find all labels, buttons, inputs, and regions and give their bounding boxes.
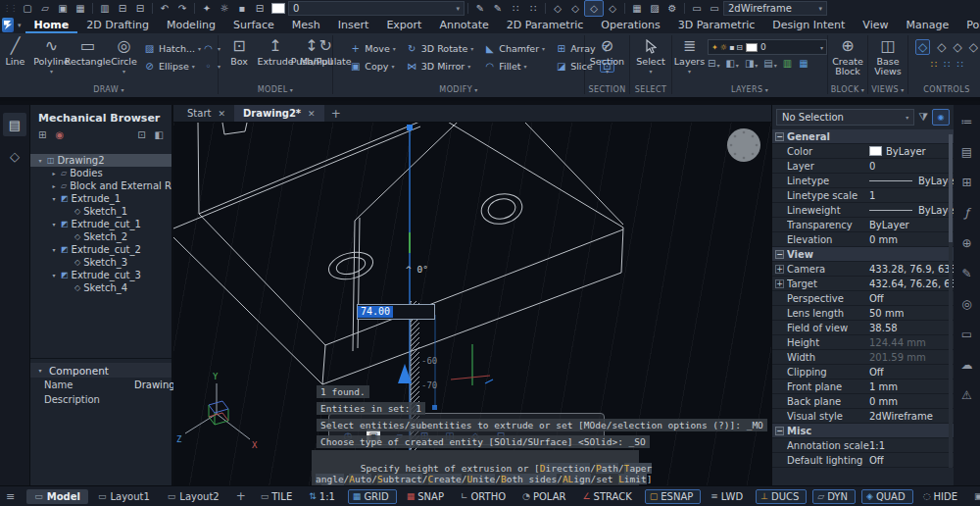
layer-state-icon[interactable] xyxy=(736,43,743,52)
view-control-icon[interactable] xyxy=(969,40,978,54)
layers-panel-tab-icon[interactable]: ▤ xyxy=(961,145,972,159)
status-toggle[interactable]: GRID xyxy=(348,489,397,504)
property-row[interactable]: Height 124.44 mm xyxy=(772,335,954,350)
qat-icon[interactable] xyxy=(688,1,706,16)
component-name-row[interactable]: Name Drawing2 xyxy=(30,378,172,392)
layer-tool-icon[interactable]: ▾ xyxy=(745,58,758,69)
qat-icon[interactable] xyxy=(251,1,269,16)
tree-expander[interactable] xyxy=(50,170,58,177)
qat-icon[interactable] xyxy=(96,1,114,16)
qat-icon[interactable] xyxy=(198,1,216,16)
property-row[interactable]: General xyxy=(772,129,954,144)
qat-icon[interactable] xyxy=(156,1,173,16)
qat-icon[interactable] xyxy=(194,3,195,14)
view-control-icon[interactable] xyxy=(915,39,930,55)
create-block-button[interactable]: Create Block xyxy=(829,35,866,76)
zoom-selected-icon[interactable]: ⊡ xyxy=(137,129,145,140)
panel-label-model[interactable]: MODEL xyxy=(219,85,332,97)
qat-icon[interactable] xyxy=(507,1,524,16)
panel-label-views[interactable]: VIEWS xyxy=(868,85,907,97)
ribbon-button[interactable]: Polyline▾ xyxy=(33,35,70,74)
status-toggle[interactable]: POLAR xyxy=(518,490,572,503)
layer-tool-icon[interactable] xyxy=(783,58,793,69)
ribbon-button[interactable]: Rectangle xyxy=(70,35,106,74)
panel-label-select[interactable]: SELECT xyxy=(630,85,671,97)
selection-dropdown[interactable]: No Selection ▾ xyxy=(776,109,914,126)
status-toggle[interactable]: DYN xyxy=(812,489,856,504)
qat-icon[interactable] xyxy=(549,1,566,16)
status-toggle[interactable]: STRACK xyxy=(578,490,638,503)
sheets-panel-tab-icon[interactable]: ▭ xyxy=(961,328,972,341)
close-icon[interactable]: ✕ xyxy=(218,109,225,119)
status-toggle[interactable]: 1:1 xyxy=(305,490,342,503)
manipulate-button[interactable]: Manipulate xyxy=(303,35,348,67)
row-expander[interactable] xyxy=(775,250,784,259)
qat-icon[interactable] xyxy=(92,3,93,14)
qat-icon[interactable] xyxy=(604,1,621,16)
dynamic-dimension-input[interactable]: 74.00 xyxy=(357,304,435,320)
tree-expander[interactable] xyxy=(50,246,58,253)
layer-tool-icon[interactable] xyxy=(799,58,808,69)
tree-item[interactable]: Extrude_cut_1 xyxy=(30,218,172,230)
document-tab[interactable]: Start✕ xyxy=(178,105,234,122)
qat-icon[interactable] xyxy=(663,1,681,16)
color-swatch[interactable] xyxy=(271,3,285,14)
layout-tab[interactable]: ▭Model xyxy=(26,489,88,504)
status-toggle[interactable]: ESNAP xyxy=(645,489,702,504)
visual-style-dropdown[interactable]: 2dWireframe ▾ xyxy=(723,1,827,16)
view-control-icon[interactable] xyxy=(937,40,946,54)
ribbon-tab[interactable]: Design Intent xyxy=(763,17,854,33)
tree-expander[interactable] xyxy=(50,272,58,278)
qat-icon[interactable] xyxy=(152,3,153,14)
qat-icon[interactable] xyxy=(467,3,468,14)
ribbon-small-button[interactable]: 3D Mirror▾ xyxy=(406,59,474,73)
quick-select-button[interactable]: ◉ xyxy=(932,109,950,126)
ribbon-small-button[interactable]: Fillet▾ xyxy=(483,59,545,73)
ribbon-layer-dropdown[interactable]: 0 ▾ xyxy=(708,39,827,55)
tree-expander[interactable] xyxy=(50,182,58,189)
panel-label-modify[interactable]: MODIFY xyxy=(333,85,584,97)
qat-icon[interactable] xyxy=(584,0,604,17)
add-layout-button[interactable]: + xyxy=(229,489,253,503)
ribbon-small-button[interactable]: Copy▾ xyxy=(349,59,396,73)
panel-label-draw[interactable]: DRAW xyxy=(0,85,218,97)
property-row[interactable]: Visual style 2dWireframe xyxy=(772,409,954,424)
blocks-panel-tab-icon[interactable]: ⊞ xyxy=(961,176,971,189)
layer-state-icon[interactable] xyxy=(711,43,718,52)
ribbon-button[interactable]: Extrude xyxy=(258,35,294,74)
wireframe-solid[interactable] xyxy=(173,123,623,384)
status-toggle[interactable]: Modeling▾ xyxy=(970,490,980,503)
property-row[interactable]: Transparency ByLayer xyxy=(772,218,954,232)
section-button[interactable]: Section ▾ xyxy=(586,35,629,74)
property-row[interactable]: Linetype ByLayer xyxy=(772,174,954,188)
panel-label-controls[interactable]: CONTROLS xyxy=(908,85,980,97)
qat-icon[interactable] xyxy=(173,1,191,16)
command-prompt[interactable]: Specify height of extrusion or [Directio… xyxy=(312,450,639,485)
ribbon-tab[interactable]: 3D Parametric xyxy=(669,17,764,33)
ribbon-tab[interactable]: Mesh xyxy=(283,17,329,33)
status-toggle[interactable]: TILE xyxy=(257,490,299,503)
status-toggle[interactable]: SNAP xyxy=(403,490,451,503)
tree-item[interactable]: Sketch_1 xyxy=(30,205,172,218)
qat-icon[interactable] xyxy=(131,1,149,16)
qat-icon[interactable] xyxy=(114,1,131,16)
ribbon-tab[interactable]: Surface xyxy=(224,17,283,33)
attachments-panel-tab-icon[interactable]: ⊕ xyxy=(961,236,971,250)
layer-tool-icon[interactable]: ▾ xyxy=(725,58,738,69)
qat-icon[interactable] xyxy=(684,3,685,14)
new-document-button[interactable]: + xyxy=(324,105,348,122)
qat-icon[interactable] xyxy=(624,3,625,14)
tree-item[interactable]: Block and External References xyxy=(30,179,172,192)
component-description-row[interactable]: Description xyxy=(30,392,172,407)
qat-icon[interactable] xyxy=(545,3,546,14)
navigation-compass[interactable] xyxy=(727,128,760,162)
base-views-button[interactable]: Base Views xyxy=(869,35,906,76)
parameters-panel-tab-icon[interactable]: ƒ xyxy=(964,206,968,220)
mechanical-browser-tab-icon[interactable] xyxy=(3,113,26,136)
ribbon-small-button[interactable]: Chamfer▾ xyxy=(483,41,545,55)
qat-icon[interactable] xyxy=(706,1,723,16)
app-menu-chevron-icon[interactable]: ▾ xyxy=(14,17,25,33)
ribbon-tab[interactable]: Modeling xyxy=(158,17,224,33)
insert-component-icon[interactable]: ⊞ xyxy=(38,129,46,140)
layer-state-icon[interactable] xyxy=(729,43,734,52)
